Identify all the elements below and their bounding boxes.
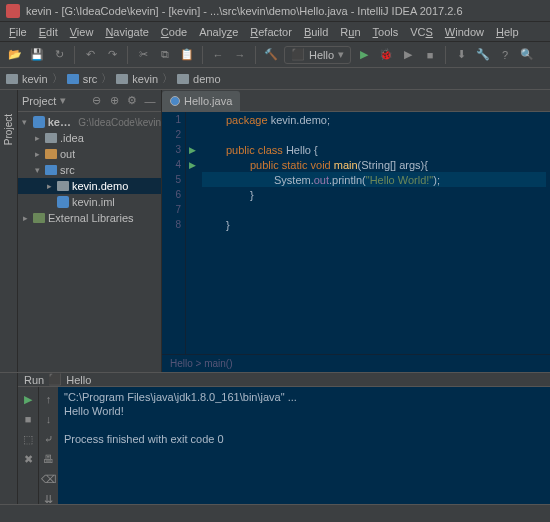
save-icon[interactable]: 💾 bbox=[28, 46, 46, 64]
crumb-pkg2[interactable]: demo bbox=[193, 73, 221, 85]
crumb-src[interactable]: src bbox=[83, 73, 98, 85]
menu-vcs[interactable]: VCS bbox=[405, 25, 438, 39]
menu-code[interactable]: Code bbox=[156, 25, 192, 39]
line-number: 5 bbox=[162, 172, 185, 187]
status-bar bbox=[0, 504, 550, 522]
editor-area: Hello.java 1 2 3 4 5 6 7 8 ▶ ▶ package k… bbox=[162, 90, 550, 372]
locate-icon[interactable]: ⊕ bbox=[107, 94, 121, 108]
help-icon[interactable]: ? bbox=[496, 46, 514, 64]
up-icon[interactable]: ↑ bbox=[41, 391, 57, 407]
back-icon[interactable]: ← bbox=[209, 46, 227, 64]
hide-icon[interactable]: ― bbox=[143, 94, 157, 108]
print-icon[interactable]: 🖶 bbox=[41, 451, 57, 467]
build-icon[interactable]: 🔨 bbox=[262, 46, 280, 64]
separator bbox=[255, 46, 256, 64]
expand-arrow-icon[interactable]: ▾ bbox=[32, 165, 42, 175]
code-area[interactable]: package kevin.demo; public class Hello {… bbox=[198, 112, 550, 354]
gear-icon[interactable]: ⚙ bbox=[125, 94, 139, 108]
crumb-root[interactable]: kevin bbox=[22, 73, 48, 85]
menu-view[interactable]: View bbox=[65, 25, 99, 39]
expand-arrow-icon[interactable]: ▸ bbox=[32, 133, 42, 143]
tree-label: kevin.iml bbox=[72, 196, 115, 208]
menu-bar: File Edit View Navigate Code Analyze Ref… bbox=[0, 22, 550, 42]
wrap-icon[interactable]: ⤶ bbox=[41, 431, 57, 447]
rerun-icon[interactable]: ▶ bbox=[20, 391, 36, 407]
menu-window[interactable]: Window bbox=[440, 25, 489, 39]
tree-external-libs[interactable]: ▸ External Libraries bbox=[18, 210, 161, 226]
separator bbox=[127, 46, 128, 64]
redo-icon[interactable]: ↷ bbox=[103, 46, 121, 64]
project-tool-label[interactable]: Project bbox=[3, 110, 14, 149]
dump-icon[interactable]: ⬚ bbox=[20, 431, 36, 447]
editor-body[interactable]: 1 2 3 4 5 6 7 8 ▶ ▶ package kevin.demo; … bbox=[162, 112, 550, 354]
run-tab-label[interactable]: Run bbox=[24, 374, 44, 386]
run-header: Run ⬛ Hello bbox=[18, 373, 550, 387]
tree-iml[interactable]: kevin.iml bbox=[18, 194, 161, 210]
debug-icon[interactable]: 🐞 bbox=[377, 46, 395, 64]
tree-package[interactable]: ▸ kevin.demo bbox=[18, 178, 161, 194]
menu-run[interactable]: Run bbox=[335, 25, 365, 39]
menu-help[interactable]: Help bbox=[491, 25, 524, 39]
run-gutter: ▶ ▶ bbox=[186, 112, 198, 354]
run-main-icon[interactable]: ▶ bbox=[186, 157, 198, 172]
stop-icon[interactable]: ■ bbox=[421, 46, 439, 64]
file-icon bbox=[57, 196, 69, 208]
tree-out[interactable]: ▸ out bbox=[18, 146, 161, 162]
structure-icon[interactable]: ⬇ bbox=[452, 46, 470, 64]
coverage-icon[interactable]: ▶ bbox=[399, 46, 417, 64]
run-panel: Run ⬛ Hello ▶ ■ ⬚ ✖ ↑ ↓ ⤶ 🖶 ⌫ ⇊ "C:\Prog… bbox=[0, 372, 550, 504]
folder-icon bbox=[45, 165, 57, 175]
left-tool-strip: Project bbox=[0, 90, 18, 372]
menu-build[interactable]: Build bbox=[299, 25, 333, 39]
console-line: "C:\Program Files\java\jdk1.8.0_161\bin\… bbox=[64, 391, 544, 405]
editor-tab[interactable]: Hello.java bbox=[162, 91, 240, 111]
exit-icon[interactable]: ✖ bbox=[20, 451, 36, 467]
open-icon[interactable]: 📂 bbox=[6, 46, 24, 64]
tree-idea[interactable]: ▸ .idea bbox=[18, 130, 161, 146]
search-icon[interactable]: 🔍 bbox=[518, 46, 536, 64]
run-config-select[interactable]: ⬛Hello▾ bbox=[284, 46, 351, 64]
run-class-icon[interactable]: ▶ bbox=[186, 142, 198, 157]
expand-arrow-icon[interactable]: ▾ bbox=[20, 117, 30, 127]
down-icon[interactable]: ↓ bbox=[41, 411, 57, 427]
expand-arrow-icon[interactable]: ▸ bbox=[20, 213, 30, 223]
library-icon bbox=[33, 213, 45, 223]
forward-icon[interactable]: → bbox=[231, 46, 249, 64]
run-icon[interactable]: ▶ bbox=[355, 46, 373, 64]
undo-icon[interactable]: ↶ bbox=[81, 46, 99, 64]
console-output[interactable]: "C:\Program Files\java\jdk1.8.0_161\bin\… bbox=[58, 387, 550, 507]
line-number: 2 bbox=[162, 127, 185, 142]
cut-icon[interactable]: ✂ bbox=[134, 46, 152, 64]
folder-icon bbox=[116, 74, 128, 84]
tab-label: Hello.java bbox=[184, 95, 232, 107]
line-number: 1 bbox=[162, 112, 185, 127]
menu-analyze[interactable]: Analyze bbox=[194, 25, 243, 39]
menu-file[interactable]: File bbox=[4, 25, 32, 39]
copy-icon[interactable]: ⧉ bbox=[156, 46, 174, 64]
separator bbox=[202, 46, 203, 64]
editor-breadcrumb[interactable]: Hello > main() bbox=[162, 354, 550, 372]
crumb-pkg1[interactable]: kevin bbox=[132, 73, 158, 85]
menu-edit[interactable]: Edit bbox=[34, 25, 63, 39]
settings-icon[interactable]: 🔧 bbox=[474, 46, 492, 64]
menu-navigate[interactable]: Navigate bbox=[100, 25, 153, 39]
menu-tools[interactable]: Tools bbox=[368, 25, 404, 39]
sync-icon[interactable]: ↻ bbox=[50, 46, 68, 64]
tree-root[interactable]: ▾ kevin G:\IdeaCode\kevin bbox=[18, 114, 161, 130]
expand-arrow-icon[interactable]: ▸ bbox=[32, 149, 42, 159]
line-number: 8 bbox=[162, 217, 185, 232]
chevron-right-icon: 〉 bbox=[101, 71, 112, 86]
tree-label: kevin.demo bbox=[72, 180, 128, 192]
folder-icon bbox=[45, 149, 57, 159]
tree-src[interactable]: ▾ src bbox=[18, 162, 161, 178]
paste-icon[interactable]: 📋 bbox=[178, 46, 196, 64]
run-tools-secondary: ↑ ↓ ⤶ 🖶 ⌫ ⇊ bbox=[38, 387, 58, 507]
menu-refactor[interactable]: Refactor bbox=[245, 25, 297, 39]
collapse-icon[interactable]: ⊖ bbox=[89, 94, 103, 108]
stop-icon[interactable]: ■ bbox=[20, 411, 36, 427]
project-sidebar: Project ▾ ⊖ ⊕ ⚙ ― ▾ kevin G:\IdeaCode\ke… bbox=[18, 90, 162, 372]
clear-icon[interactable]: ⌫ bbox=[41, 471, 57, 487]
folder-icon bbox=[177, 74, 189, 84]
run-config-name: Hello bbox=[66, 374, 91, 386]
expand-arrow-icon[interactable]: ▸ bbox=[44, 181, 54, 191]
